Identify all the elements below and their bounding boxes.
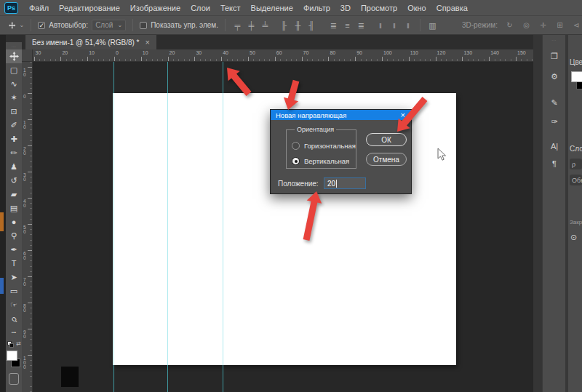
radio-circle-icon[interactable] — [292, 157, 300, 165]
ruler-tick — [452, 59, 453, 61]
3d-zoom-icon[interactable]: ⊲ — [571, 20, 582, 31]
character-panel-icon[interactable]: A| — [543, 138, 566, 154]
layer-visibility-eye-icon[interactable]: ⊙ — [570, 233, 577, 242]
move-tool[interactable] — [6, 49, 22, 63]
menu-item[interactable]: Текст — [215, 0, 246, 16]
ruler-tick — [141, 57, 142, 61]
quick-selection-tool[interactable]: ✶ — [6, 91, 22, 105]
move-tool-icon[interactable] — [9, 20, 16, 31]
distribute-right-edges-icon[interactable]: ||| — [402, 20, 413, 31]
menu-item[interactable]: Выделение — [246, 0, 298, 16]
path-selection-tool[interactable]: ➤ — [6, 271, 22, 284]
ruler-tick — [109, 59, 110, 61]
hand-tool[interactable]: ☞ — [6, 298, 22, 312]
menu-item[interactable]: Справка — [431, 0, 473, 16]
eyedropper-icon: ✐ — [10, 121, 17, 129]
3d-slide-icon[interactable]: ⊞ — [554, 20, 565, 31]
menu-item[interactable]: Просмотр — [356, 0, 402, 16]
history-brush-tool[interactable]: ↺ — [6, 174, 22, 188]
vertical-guide[interactable] — [113, 62, 114, 392]
type-tool[interactable]: T — [6, 257, 22, 271]
ruler-label: 140 — [490, 50, 499, 56]
brushes-panel-icon[interactable]: ✑ — [543, 113, 566, 129]
panel-grip[interactable]: ⋯ — [6, 42, 22, 49]
paragraph-panel-icon[interactable]: ¶ — [543, 156, 566, 172]
align-top-edges-icon[interactable]: ╤ — [232, 20, 243, 31]
close-tab-icon[interactable]: × — [145, 39, 149, 46]
dodge-tool[interactable]: ⚲ — [6, 229, 22, 243]
distribute-left-edges-icon[interactable]: ||| — [375, 20, 386, 31]
3d-orbit-icon[interactable]: ↻ — [504, 20, 515, 31]
layer-search-input[interactable]: ρ — [570, 159, 582, 169]
autoselect-target-dropdown[interactable]: Слой ⌄ — [92, 20, 126, 31]
rectangle-tool[interactable]: ▭ — [6, 284, 22, 298]
menu-item[interactable]: Файл — [24, 0, 54, 16]
dialog-titlebar[interactable]: Новая направляющая × — [271, 110, 411, 120]
foreground-color-swatch[interactable] — [7, 351, 17, 361]
foreground-color-swatch[interactable] — [571, 71, 582, 82]
show-transform-controls-checkbox[interactable] — [140, 22, 147, 29]
menu-item[interactable]: Окно — [402, 0, 431, 16]
background-window-artifact — [0, 212, 4, 231]
blend-mode-dropdown[interactable]: Обы — [570, 175, 582, 185]
menu-item[interactable]: 3D — [335, 0, 356, 16]
align-right-edges-icon[interactable]: ╢ — [306, 20, 317, 31]
align-left-edges-icon[interactable]: ╟ — [279, 20, 290, 31]
distribute-vertical-centers-icon[interactable]: ≡ — [342, 20, 353, 31]
radio-horizontal[interactable]: Горизонтальная — [292, 142, 356, 150]
healing-brush-tool[interactable]: ✚ — [6, 132, 22, 146]
distribute-horizontal-centers-icon[interactable]: ||| — [388, 20, 399, 31]
brush-tool[interactable]: ✏ — [6, 146, 22, 160]
photoshop-logo: Ps — [4, 2, 18, 14]
align-vertical-centers-icon[interactable]: ╪ — [246, 20, 257, 31]
properties-panel-icon[interactable]: ⚙ — [543, 68, 566, 84]
autoselect-checkbox[interactable]: ✓ — [38, 22, 45, 29]
position-input[interactable]: 20 — [324, 177, 366, 189]
vertical-ruler[interactable]: 1 001 02 03 04 05 06 07 08 09 01 0 0 — [22, 62, 33, 392]
3d-pan-icon[interactable]: ✛ — [538, 20, 549, 31]
vertical-guide[interactable] — [223, 62, 223, 392]
brush-settings-panel-icon[interactable]: ✎ — [543, 95, 566, 111]
menu-item[interactable]: Фильтр — [298, 0, 335, 16]
history-panel-icon[interactable]: ❐ — [543, 48, 566, 64]
ruler-tick — [30, 245, 32, 246]
radio-circle-icon[interactable] — [292, 142, 300, 150]
ruler-tick — [30, 109, 32, 110]
vertical-guide[interactable] — [167, 62, 168, 392]
rectangular-marquee-tool[interactable]: ▢ — [6, 63, 22, 77]
close-icon[interactable]: × — [401, 111, 411, 119]
ruler-tick — [30, 167, 32, 167]
align-bottom-edges-icon[interactable]: ╧ — [260, 20, 271, 31]
distribute-spacing-icon[interactable]: ▥ — [427, 20, 438, 31]
menu-item[interactable]: Слои — [186, 0, 215, 16]
swap-colors-icon[interactable]: ⇄ — [16, 341, 21, 347]
quick-mask-icon[interactable] — [9, 373, 19, 385]
ruler-tick — [30, 308, 32, 308]
gradient-tool[interactable]: ▤ — [6, 201, 22, 215]
tool-preset-chevron-icon[interactable]: ⌄ — [20, 23, 25, 28]
align-icons-group: ╤╪╧ — [232, 20, 271, 31]
zoom-tool[interactable]: ϙ — [6, 312, 22, 326]
distribute-bottom-edges-icon[interactable]: ≣ — [356, 20, 367, 31]
default-colors-icon[interactable] — [7, 341, 14, 348]
menu-item[interactable]: Изображение — [125, 0, 186, 16]
pen-tool[interactable]: ✒ — [6, 243, 22, 257]
separator — [31, 19, 31, 31]
panel-grip[interactable]: ⋯ — [543, 35, 565, 44]
edit-toolbar-icon[interactable]: ••• — [6, 326, 22, 340]
crop-tool[interactable]: ⊡ — [6, 105, 22, 119]
cancel-button[interactable]: Отмена — [366, 153, 407, 166]
radio-vertical[interactable]: Вертикальная — [292, 157, 349, 165]
horizontal-ruler[interactable]: 3020100102030405060708090100110120130140… — [33, 49, 533, 62]
eyedropper-tool[interactable]: ✐ — [6, 119, 22, 132]
lasso-tool[interactable]: ∿ — [6, 77, 22, 91]
distribute-top-edges-icon[interactable]: ≣ — [328, 20, 339, 31]
align-horizontal-centers-icon[interactable]: ╫ — [292, 20, 303, 31]
eraser-tool[interactable]: ▰ — [6, 188, 22, 201]
3d-roll-icon[interactable]: ◎ — [521, 20, 532, 31]
clone-stamp-tool[interactable]: ♟ — [6, 160, 22, 174]
ok-button[interactable]: ОК — [366, 133, 407, 146]
document-tab[interactable]: Без имени-1 @ 51,4% (RGB/8) * × — [25, 35, 156, 49]
blur-tool[interactable]: ● — [6, 215, 22, 229]
menu-item[interactable]: Редактирование — [54, 0, 125, 16]
